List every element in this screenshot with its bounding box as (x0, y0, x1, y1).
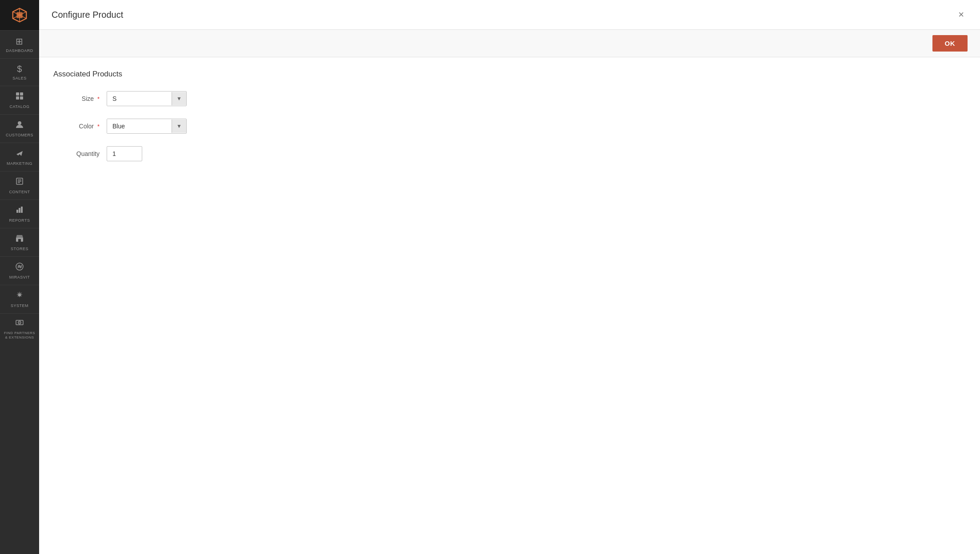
sidebar-label-content: CONTENT (9, 190, 30, 194)
svg-rect-2 (20, 92, 23, 96)
svg-rect-3 (16, 96, 19, 100)
svg-point-19 (19, 322, 20, 323)
system-icon (15, 291, 24, 302)
reports-icon (15, 205, 24, 216)
sidebar: ⊞ DASHBOARD $ SALES CATALOG CUSTOMERS (0, 0, 39, 554)
sidebar-item-reports[interactable]: REPORTS (0, 199, 39, 228)
content-icon (15, 177, 24, 188)
svg-rect-1 (16, 92, 19, 96)
sidebar-item-dashboard[interactable]: ⊞ DASHBOARD (0, 30, 39, 58)
modal-title: Configure Product (52, 10, 123, 20)
svg-rect-12 (21, 207, 23, 213)
svg-point-5 (18, 121, 21, 125)
main-area: Configure Product × OK Associated Produc… (39, 0, 980, 554)
sidebar-item-stores[interactable]: STORES (0, 228, 39, 256)
sidebar-label-customers: CUSTOMERS (6, 133, 33, 137)
sidebar-item-marketing[interactable]: MARKETING (0, 143, 39, 171)
sidebar-label-marketing: MARKETING (7, 161, 32, 166)
modal-toolbar: OK (39, 30, 980, 57)
sales-icon: $ (17, 64, 22, 74)
stores-icon (15, 234, 24, 245)
svg-rect-11 (19, 208, 20, 213)
sidebar-label-stores: STORES (11, 247, 28, 251)
size-select-wrapper[interactable]: XS S M L XL ▼ (107, 91, 187, 106)
color-control: Red Blue Green Black White ▼ (107, 119, 187, 134)
size-select-arrow: ▼ (172, 92, 186, 105)
size-required-star: * (97, 96, 100, 102)
sidebar-item-mirasvit[interactable]: MIRASVIT (0, 256, 39, 285)
sidebar-item-content[interactable]: CONTENT (0, 171, 39, 199)
sidebar-label-find-partners: FIND PARTNERS & EXTENSIONS (3, 331, 36, 340)
sidebar-item-find-partners[interactable]: FIND PARTNERS & EXTENSIONS (0, 313, 39, 345)
quantity-input[interactable] (107, 146, 142, 161)
modal-body: Associated Products Size * XS S M L XL (39, 57, 980, 554)
quantity-control (107, 146, 142, 161)
section-title: Associated Products (53, 70, 966, 79)
color-select-arrow: ▼ (172, 120, 186, 133)
sidebar-label-sales: SALES (12, 76, 27, 80)
sidebar-item-sales[interactable]: $ SALES (0, 58, 39, 86)
dashboard-icon: ⊞ (16, 36, 24, 47)
quantity-field-row: Quantity (53, 146, 966, 161)
size-control: XS S M L XL ▼ (107, 91, 187, 106)
sidebar-label-catalog: CATALOG (9, 104, 29, 109)
svg-rect-0 (16, 12, 22, 18)
sidebar-label-mirasvit: MIRASVIT (9, 275, 30, 279)
color-field-row: Color * Red Blue Green Black White ▼ (53, 119, 966, 134)
marketing-icon (15, 148, 24, 159)
modal-header: Configure Product × (39, 0, 980, 30)
size-select[interactable]: XS S M L XL (107, 92, 172, 106)
svg-rect-4 (20, 96, 23, 100)
modal-close-button[interactable]: × (955, 8, 968, 21)
color-select[interactable]: Red Blue Green Black White (107, 119, 172, 133)
color-required-star: * (97, 123, 100, 130)
sidebar-item-catalog[interactable]: CATALOG (0, 86, 39, 114)
modal: Configure Product × OK Associated Produc… (39, 0, 980, 554)
svg-rect-14 (18, 239, 21, 242)
find-partners-icon (15, 318, 24, 329)
sidebar-label-dashboard: DASHBOARD (6, 48, 33, 53)
mirasvit-icon (15, 262, 24, 273)
quantity-label: Quantity (53, 150, 107, 157)
color-select-wrapper[interactable]: Red Blue Green Black White ▼ (107, 119, 187, 134)
sidebar-label-reports: REPORTS (9, 218, 30, 223)
sidebar-item-customers[interactable]: CUSTOMERS (0, 114, 39, 143)
svg-rect-10 (16, 210, 18, 213)
ok-button[interactable]: OK (932, 35, 968, 52)
sidebar-logo (0, 0, 39, 30)
catalog-icon (15, 92, 24, 103)
customers-icon (15, 120, 24, 131)
sidebar-item-system[interactable]: SYSTEM (0, 285, 39, 313)
color-label: Color * (53, 123, 107, 130)
size-field-row: Size * XS S M L XL ▼ (53, 91, 966, 106)
size-label: Size * (53, 95, 107, 102)
sidebar-label-system: SYSTEM (11, 303, 28, 308)
